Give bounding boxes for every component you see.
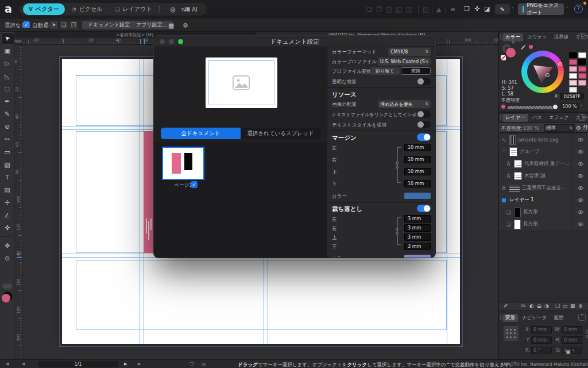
scope-selected-spread[interactable]: 選択されているスプレッド xyxy=(241,128,320,139)
field-value[interactable]: 0 mm xyxy=(562,336,582,344)
link-dimensions-icon[interactable] xyxy=(586,330,588,343)
gear-icon[interactable]: ⚙ xyxy=(183,22,188,29)
color-swatch[interactable] xyxy=(578,66,586,72)
field-value[interactable]: 0 mm xyxy=(562,326,582,334)
color-swatch[interactable] xyxy=(569,73,577,79)
panel-tab[interactable]: レイヤー xyxy=(502,114,528,122)
lock-icon[interactable] xyxy=(583,126,587,129)
affinity-logo[interactable]: a xyxy=(5,2,17,16)
first-page-button[interactable]: ◀ xyxy=(6,362,9,366)
measure-tool[interactable]: ∠ xyxy=(0,209,14,221)
color-swatch[interactable] xyxy=(578,73,586,79)
link-text-toggle[interactable] xyxy=(417,110,431,118)
layer-settings-gear-icon[interactable]: ⚙ xyxy=(576,125,581,131)
help-button[interactable]: ? xyxy=(574,5,583,13)
last-page-button[interactable]: ▶ xyxy=(138,362,141,366)
prev-page-button[interactable]: ◀ xyxy=(22,362,25,366)
export-button[interactable]: PNGをエクスポート xyxy=(518,3,564,15)
live-filter-icon[interactable]: ◑ xyxy=(544,303,549,309)
mask-icon[interactable]: ◐ xyxy=(529,303,534,309)
visibility-toggle[interactable] xyxy=(571,218,588,230)
color-swatch[interactable] xyxy=(569,80,577,86)
opacity-slider-knob[interactable] xyxy=(552,104,558,110)
image-placement-select[interactable]: 埋め込みを優先⇅ xyxy=(378,100,431,108)
margin-value-field[interactable]: 10 mm xyxy=(404,180,431,187)
fill-color-well[interactable] xyxy=(2,292,13,302)
hex-value-field[interactable]: D2587F xyxy=(560,93,584,99)
convert-button[interactable]: 変換 xyxy=(401,67,431,75)
margin-value-field[interactable]: 10 mm xyxy=(404,168,431,175)
persona-overflow-icon[interactable]: ⋮ xyxy=(156,5,163,13)
木曽原 誠[interactable]: A 木曽原 誠 xyxy=(499,170,588,182)
chevron-down-icon[interactable]: ˅ xyxy=(581,105,583,109)
chevron-down-icon[interactable]: ˅ xyxy=(578,114,586,121)
panel-tab[interactable]: 変形 xyxy=(502,314,518,322)
move-tool[interactable]: ➤ xyxy=(0,32,14,44)
group-layers-icon[interactable]: ❏ xyxy=(555,303,560,309)
vector-brush-tool[interactable]: ⊘ xyxy=(0,120,14,133)
auto-select-checkbox[interactable]: ✓ xyxy=(23,21,30,28)
boolean-op-icon[interactable]: ❐ xyxy=(376,6,382,13)
color-swatch[interactable] xyxy=(569,87,577,93)
color-swatch[interactable] xyxy=(569,52,577,58)
zoom-tool[interactable]: ⊙ xyxy=(0,252,14,264)
page-indicator[interactable]: 1/1 xyxy=(38,361,118,367)
boolean-op-icon[interactable]: ◳ xyxy=(406,6,412,13)
field-value[interactable]: 0 ° xyxy=(531,347,552,354)
color-swatch[interactable] xyxy=(578,80,586,86)
persona-tab[interactable]: Vベクター xyxy=(23,3,65,15)
margin-color-swatch[interactable] xyxy=(404,193,431,199)
page-tool-icon[interactable]: ❐ xyxy=(189,362,194,367)
代表取締役 兼アートディレク…[interactable]: A 代表取締役 兼アートディレク… xyxy=(499,158,588,170)
layer-type-icon[interactable]: A xyxy=(501,186,507,191)
opacity-slider[interactable] xyxy=(508,106,556,109)
color-picker-tool[interactable]: ✜ xyxy=(0,221,14,234)
insert-target-icon[interactable]: ◪ xyxy=(484,5,490,13)
panel-tab[interactable]: エフェク xyxy=(546,114,572,122)
pencil-tool[interactable]: ✎ xyxy=(0,108,14,120)
bleed-toggle[interactable] xyxy=(417,205,431,212)
visibility-toggle[interactable] xyxy=(571,146,588,158)
bleed-value-field[interactable]: 3 mm xyxy=(404,233,431,241)
layer-type-icon[interactable]: A xyxy=(505,174,512,179)
bleed-value-field[interactable]: 3 mm xyxy=(404,215,431,223)
amaoto-tete.svg[interactable]: ∿ amaoto-tete.svg xyxy=(499,134,588,145)
swap-colors-icon[interactable]: ↻ xyxy=(512,40,515,45)
hue-handle[interactable] xyxy=(558,62,562,66)
shape-tool[interactable]: ▧ xyxy=(0,158,14,171)
layer-type-icon[interactable]: ❏ xyxy=(505,210,512,215)
node-tool[interactable]: ▷ xyxy=(0,57,14,70)
pen-tool[interactable]: ✒ xyxy=(0,95,14,108)
panel-tab[interactable]: 履歴 xyxy=(551,314,566,322)
bleed-value-field[interactable]: 3 mm xyxy=(404,243,431,250)
place-image-tool[interactable]: ▤ xyxy=(0,183,14,196)
panel-tab[interactable]: パス xyxy=(529,114,545,122)
layer-type-icon[interactable]: ❏ xyxy=(505,222,512,227)
margin-toggle[interactable] xyxy=(417,133,431,141)
link-values-bracket[interactable] xyxy=(397,147,401,183)
artboard-tool[interactable]: ▣ xyxy=(0,44,14,57)
next-page-button[interactable]: ▶ xyxy=(124,362,127,366)
style-tool-toggle[interactable]: ✎ xyxy=(495,4,510,14)
flip-icon[interactable]: ▲ xyxy=(436,6,441,13)
insert-target-icon[interactable]: ✜ xyxy=(474,5,479,13)
persona-tab[interactable]: ◔ピクセル xyxy=(66,3,109,15)
visibility-toggle[interactable] xyxy=(571,194,588,206)
saturation-handle[interactable] xyxy=(546,73,550,77)
margin-value-field[interactable]: 10 mm xyxy=(404,144,431,151)
transparent-bg-toggle[interactable] xyxy=(417,78,431,85)
delete-layer-icon[interactable]: ⊗ xyxy=(578,303,583,309)
align-icon[interactable]: ≡ xyxy=(450,6,455,13)
color-swatch[interactable] xyxy=(569,59,577,65)
visibility-toggle[interactable] xyxy=(571,182,588,194)
長方形[interactable]: ❏ 長方形 xyxy=(499,218,588,230)
artistic-text-tool[interactable]: T xyxy=(0,171,14,183)
layer-type-icon[interactable]: ∿ xyxy=(501,137,507,143)
visibility-toggle[interactable] xyxy=(571,206,588,218)
layer-type-icon[interactable]: ■ xyxy=(501,197,507,203)
blend-mode-select[interactable]: 標準⇅ xyxy=(544,124,575,132)
color-format-select[interactable]: CMYK/8⇅ xyxy=(388,48,431,56)
layer-type-icon[interactable]: ˅ xyxy=(501,150,507,155)
grid-button[interactable]: ⊞ xyxy=(185,5,190,13)
layer-opacity-value[interactable]: 100 % xyxy=(523,125,539,131)
